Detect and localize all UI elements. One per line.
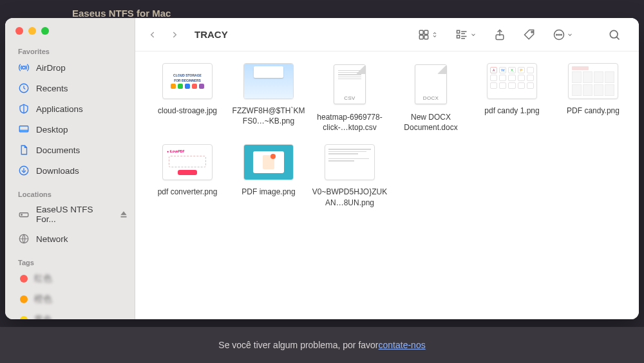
- file-thumbnail: AWXP: [487, 63, 537, 99]
- sidebar-item-label: Network: [36, 234, 68, 244]
- file-thumbnail: CSV: [325, 63, 375, 106]
- file-item[interactable]: AWXP pdf candy 1.png: [471, 63, 553, 133]
- back-button[interactable]: [148, 29, 157, 41]
- sidebar-item-label: AirDrop: [36, 63, 66, 73]
- svg-rect-13: [457, 35, 460, 37]
- file-item[interactable]: ● iLovePDF pdf converter.png: [147, 144, 228, 207]
- sidebar-item-label: 橙色: [34, 293, 52, 305]
- file-thumbnail: [325, 144, 375, 180]
- svg-rect-10: [419, 35, 423, 39]
- file-name: pdf candy 1.png: [484, 106, 539, 116]
- sidebar-section-favorites: Favorites: [5, 46, 135, 58]
- airdrop-icon: [18, 62, 30, 73]
- nav-arrows: [148, 29, 179, 41]
- file-item[interactable]: CSV heatmap-6969778-click-…ktop.csv: [309, 63, 390, 133]
- globe-icon: [18, 233, 30, 245]
- sidebar-item-label: Recents: [36, 84, 68, 93]
- sidebar-tag-red[interactable]: 红色: [5, 269, 135, 288]
- background-app-title: Easeus NTFS for Mac: [72, 8, 171, 19]
- file-item[interactable]: PDF image.png: [228, 144, 309, 207]
- sidebar-item-recents[interactable]: Recents: [5, 79, 135, 98]
- svg-point-19: [561, 34, 562, 35]
- close-window-button[interactable]: [15, 27, 23, 35]
- sidebar-tag-orange[interactable]: 橙色: [5, 290, 135, 309]
- file-item[interactable]: PDF candy.png: [553, 63, 634, 133]
- fullscreen-window-button[interactable]: [41, 27, 49, 35]
- desktop-icon: [18, 124, 30, 135]
- sidebar-item-airdrop[interactable]: AirDrop: [5, 58, 135, 77]
- eject-icon[interactable]: [119, 210, 128, 219]
- contact-us-link[interactable]: contate-nos: [379, 340, 426, 350]
- file-thumbnail: ● iLovePDF: [162, 144, 213, 180]
- file-thumbnail: CLOUD STORAGEFOR BEGINNERS: [162, 63, 213, 99]
- main-panel: TRACY: [135, 18, 639, 319]
- sidebar-section-tags: Tags: [5, 257, 135, 269]
- file-thumbnail: [243, 144, 294, 180]
- toolbar-actions: [417, 28, 621, 41]
- file-name: New DOCX Document.docx: [392, 112, 469, 133]
- sidebar-item-applications[interactable]: Applications: [5, 99, 135, 118]
- sidebar-item-label: Downloads: [36, 166, 79, 176]
- file-item[interactable]: V0~BWPD5HJO}ZUKAN…8UN.png: [309, 144, 390, 207]
- document-icon: [18, 144, 30, 156]
- file-name: cloud-stroage.jpg: [158, 106, 217, 116]
- svg-rect-6: [120, 216, 126, 218]
- forward-button[interactable]: [170, 29, 179, 41]
- share-button[interactable]: [493, 28, 506, 41]
- clock-icon: [18, 82, 30, 94]
- view-mode-button[interactable]: [417, 28, 438, 41]
- svg-rect-9: [424, 30, 428, 34]
- file-thumbnail: [568, 63, 618, 99]
- finder-window: Favorites AirDrop Recents Applications: [5, 18, 639, 319]
- tag-dot-icon: [20, 295, 28, 303]
- svg-rect-2: [19, 126, 28, 132]
- minimize-window-button[interactable]: [28, 27, 36, 35]
- svg-point-17: [556, 34, 558, 35]
- sidebar-item-label: Documents: [36, 145, 80, 155]
- window-title: TRACY: [194, 29, 228, 40]
- sidebar-item-label: 红色: [34, 273, 52, 284]
- svg-point-18: [558, 34, 560, 35]
- file-item[interactable]: CLOUD STORAGEFOR BEGINNERS cloud-stroage…: [147, 63, 228, 133]
- footer-text: Se você tiver algum problema, por favor: [218, 340, 378, 350]
- download-icon: [18, 165, 30, 176]
- svg-point-20: [610, 30, 618, 38]
- svg-rect-11: [424, 35, 428, 39]
- sidebar-item-documents[interactable]: Documents: [5, 140, 135, 160]
- sidebar-item-easeus-drive[interactable]: EaseUS NTFS For...: [5, 201, 135, 228]
- svg-point-5: [21, 214, 23, 216]
- window-controls: [5, 18, 135, 46]
- file-item[interactable]: DOCX New DOCX Document.docx: [390, 63, 471, 133]
- file-item[interactable]: FZZWF8H@$TH`KMFS0…~KB.png: [228, 63, 309, 133]
- toolbar: TRACY: [135, 18, 639, 51]
- search-button[interactable]: [608, 28, 621, 41]
- more-button[interactable]: [553, 28, 573, 41]
- tag-dot-icon: [20, 275, 28, 283]
- sidebar-tag-yellow[interactable]: 黄色: [5, 310, 135, 319]
- sidebar-item-network[interactable]: Network: [5, 229, 135, 248]
- tag-button[interactable]: [523, 28, 536, 41]
- sidebar-tags-list: 红色 橙色 黄色: [5, 269, 135, 319]
- file-name: V0~BWPD5HJO}ZUKAN…8UN.png: [311, 187, 388, 207]
- svg-point-0: [23, 66, 26, 70]
- file-name: FZZWF8H@$TH`KMFS0…~KB.png: [230, 106, 307, 126]
- tag-dot-icon: [20, 316, 28, 319]
- file-name: pdf converter.png: [158, 187, 218, 197]
- applications-icon: [18, 103, 30, 115]
- file-thumbnail: [243, 63, 294, 99]
- drive-icon: [18, 209, 30, 220]
- file-name: heatmap-6969778-click-…ktop.csv: [311, 112, 388, 133]
- sidebar-item-desktop[interactable]: Desktop: [5, 120, 135, 139]
- sidebar-item-label: Desktop: [36, 125, 68, 135]
- file-grid-area[interactable]: CLOUD STORAGEFOR BEGINNERS cloud-stroage…: [135, 51, 639, 319]
- svg-point-15: [531, 31, 533, 33]
- group-by-button[interactable]: [455, 28, 477, 41]
- sidebar-section-locations: Locations: [5, 189, 135, 201]
- sidebar-item-label: Applications: [36, 104, 83, 114]
- sidebar-locations-list: EaseUS NTFS For... Network: [5, 201, 135, 248]
- svg-rect-12: [457, 30, 460, 33]
- sidebar-item-label: EaseUS NTFS For...: [36, 205, 113, 224]
- sidebar-item-label: 黄色: [34, 314, 52, 319]
- sidebar: Favorites AirDrop Recents Applications: [5, 18, 135, 319]
- sidebar-item-downloads[interactable]: Downloads: [5, 161, 135, 180]
